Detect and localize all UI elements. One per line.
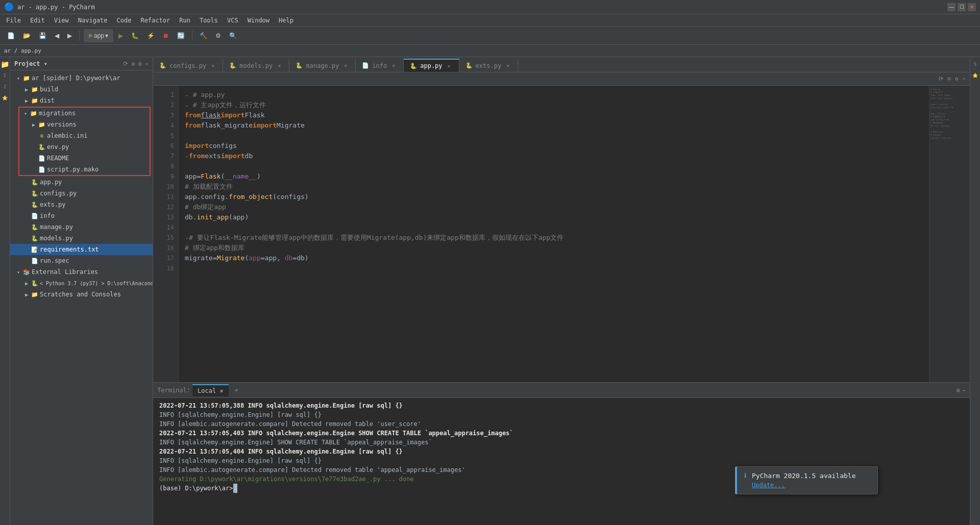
collapse-all-icon[interactable]: ≡ — [947, 76, 951, 82]
tree-item-alembic[interactable]: ▶ ≡ alembic.ini — [19, 130, 150, 141]
tree-item-managepy[interactable]: ▶ 🐍 manage.py — [10, 221, 153, 233]
run-button[interactable]: ▶ — [115, 29, 126, 42]
menu-run[interactable]: Run — [175, 16, 194, 25]
terminal-controls[interactable]: ⚙ − — [957, 387, 966, 394]
tab-close-icon[interactable]: ✕ — [390, 62, 397, 69]
tree-item-root[interactable]: ▾ 📁 ar [spider] D:\pywork\ar — [10, 72, 153, 84]
tree-label: versions — [47, 121, 77, 128]
notification-popup: ℹ PyCharm 2020.1.5 available Update... — [735, 466, 878, 494]
tree-item-script[interactable]: ▶ 📄 script.py.mako — [19, 164, 150, 175]
window-controls[interactable]: — ☐ ✕ — [947, 3, 976, 11]
tree-item-extspy[interactable]: ▶ 🐍 exts.py — [10, 199, 153, 210]
stop-button[interactable]: ⏹ — [160, 29, 172, 42]
tab-info[interactable]: 📄 info ✕ — [356, 59, 404, 72]
sync-icon[interactable]: ⟳ — [939, 76, 943, 82]
tree-item-migrations[interactable]: ▾ 📁 migrations — [19, 108, 150, 119]
tree-item-versions[interactable]: ▶ 📁 versions — [19, 119, 150, 130]
minimap[interactable]: # app.py # 主app文件 from flask import from… — [929, 86, 970, 382]
collapse-icon[interactable]: ≡ — [131, 60, 135, 67]
rerun-button[interactable]: 🔄 — [174, 29, 188, 42]
debug-button[interactable]: 🐛 — [128, 29, 142, 42]
gear-icon[interactable]: ⚙ — [138, 60, 142, 67]
menu-tools[interactable]: Tools — [195, 16, 222, 25]
menu-file[interactable]: File — [2, 16, 25, 25]
tab-label: exts.py — [476, 62, 502, 69]
favorites-icon[interactable]: 2 — [0, 82, 10, 92]
favorites-icon-right[interactable]: ⭐ — [970, 70, 981, 81]
tree-label: build — [40, 86, 58, 93]
hide-icon[interactable]: − — [145, 60, 149, 67]
close-button[interactable]: ✕ — [968, 3, 976, 11]
toolbar-open[interactable]: 📂 — [20, 29, 34, 42]
tree-item-requirements[interactable]: ▶ 📝 requirements.txt — [10, 244, 153, 255]
tree-label: configs.py — [40, 190, 77, 197]
tab-close-icon[interactable]: ✕ — [276, 62, 283, 69]
minimize-button[interactable]: — — [947, 3, 955, 11]
minimize-icon[interactable]: − — [962, 387, 966, 394]
notification-update-link[interactable]: Update... — [752, 482, 785, 489]
tab-close-icon[interactable]: ✕ — [446, 62, 453, 69]
info-icon: ℹ — [744, 472, 747, 479]
tree-item-python[interactable]: ▶ 🐍 < Python 3.7 (py37) > D:\soft\Anacon… — [10, 278, 153, 289]
tab-close-icon[interactable]: ✕ — [342, 62, 349, 69]
toolbar-sep-1 — [79, 31, 80, 41]
tree-item-external-libs[interactable]: ▾ 📚 External Libraries — [10, 266, 153, 278]
code-content[interactable]: ⬩ # app.py ⬩ # 主app文件，运行文件 from flask im… — [179, 86, 929, 382]
tree-item-configspy[interactable]: ▶ 🐍 configs.py — [10, 188, 153, 199]
tab-close-icon[interactable]: ✕ — [504, 62, 511, 69]
sync-icon[interactable]: ⟳ — [123, 60, 128, 67]
new-terminal-button[interactable]: + — [231, 387, 242, 394]
build-button[interactable]: 🔨 — [197, 29, 210, 42]
project-header-controls[interactable]: ⟳ ≡ ⚙ − — [123, 60, 149, 67]
menu-navigate[interactable]: Navigate — [74, 16, 112, 25]
terminal-content[interactable]: 2022-07-21 13:57:05,388 INFO sqlalchemy.… — [153, 398, 970, 525]
tree-item-info[interactable]: ▶ 📄 info — [10, 210, 153, 221]
menu-window[interactable]: Window — [243, 16, 274, 25]
toolbar-forward[interactable]: ▶ — [64, 29, 75, 42]
structure-icon[interactable]: 1 — [0, 70, 10, 81]
menu-view[interactable]: View — [50, 16, 73, 25]
tab-configs[interactable]: 🐍 configs.py ✕ — [153, 59, 223, 72]
toolbar-new[interactable]: 📄 — [4, 29, 18, 42]
run-coverage-button[interactable]: ⚡ — [144, 29, 158, 42]
tree-item-dist[interactable]: ▶ 📁 dist — [10, 95, 153, 106]
file-icon: 📄 — [38, 165, 46, 173]
find-icon[interactable]: ⭐ — [0, 93, 10, 103]
txt-icon: 📝 — [31, 245, 39, 254]
tab-manage[interactable]: 🐍 manage.py ✕ — [289, 59, 356, 72]
tree-label: manage.py — [40, 223, 73, 231]
search-everywhere-button[interactable]: 🔍 — [226, 29, 240, 42]
tab-close-icon[interactable]: ✕ — [209, 62, 216, 69]
settings-button[interactable]: ⚙ — [212, 29, 224, 42]
tree-item-scratches[interactable]: ▶ 📁 Scratches and Consoles — [10, 289, 153, 300]
terminal-tab-local[interactable]: Local ✕ — [192, 384, 229, 396]
settings-icon[interactable]: ⚙ — [955, 76, 959, 82]
tree-label: alembic.ini — [47, 132, 87, 139]
toolbar-back[interactable]: ◀ — [52, 29, 62, 42]
tab-label: app.py — [420, 62, 442, 69]
tree-item-envpy[interactable]: ▶ 🐍 env.py — [19, 141, 150, 153]
menu-vcs[interactable]: VCS — [223, 16, 242, 25]
maximize-button[interactable]: ☐ — [958, 3, 966, 11]
menu-help[interactable]: Help — [275, 16, 298, 25]
menu-refactor[interactable]: Refactor — [136, 16, 174, 25]
tree-item-readme[interactable]: ▶ 📄 README — [19, 153, 150, 164]
structure-icon[interactable]: S — [970, 59, 981, 69]
tab-exts[interactable]: 🐍 exts.py ✕ — [459, 59, 519, 72]
tree-item-apppy[interactable]: ▶ 🐍 app.py — [10, 177, 153, 188]
code-editor[interactable]: 12345 678910 1112131415 161718 ⬩ # app.p… — [153, 86, 970, 382]
tree-item-build[interactable]: ▶ 📁 build — [10, 84, 153, 95]
menu-code[interactable]: Code — [113, 16, 136, 25]
toolbar-save[interactable]: 💾 — [36, 29, 50, 42]
menu-edit[interactable]: Edit — [26, 16, 49, 25]
tree-item-modelspy[interactable]: ▶ 🐍 models.py — [10, 233, 153, 244]
project-panel-header: Project ▾ ⟳ ≡ ⚙ − — [10, 57, 153, 70]
settings-icon[interactable]: ⚙ — [957, 387, 960, 394]
run-config-selector[interactable]: ▶ app ▾ — [84, 29, 113, 42]
tree-item-runspec[interactable]: ▶ 📄 run.spec — [10, 255, 153, 266]
terminal-area: Terminal: Local ✕ + ⚙ − 2022-07-21 13:57… — [153, 382, 970, 525]
tab-app[interactable]: 🐍 app.py ✕ — [404, 59, 459, 72]
tab-models[interactable]: 🐍 models.py ✕ — [223, 59, 289, 72]
project-icon[interactable]: 📁 — [0, 59, 10, 69]
hide-icon[interactable]: − — [962, 76, 966, 82]
